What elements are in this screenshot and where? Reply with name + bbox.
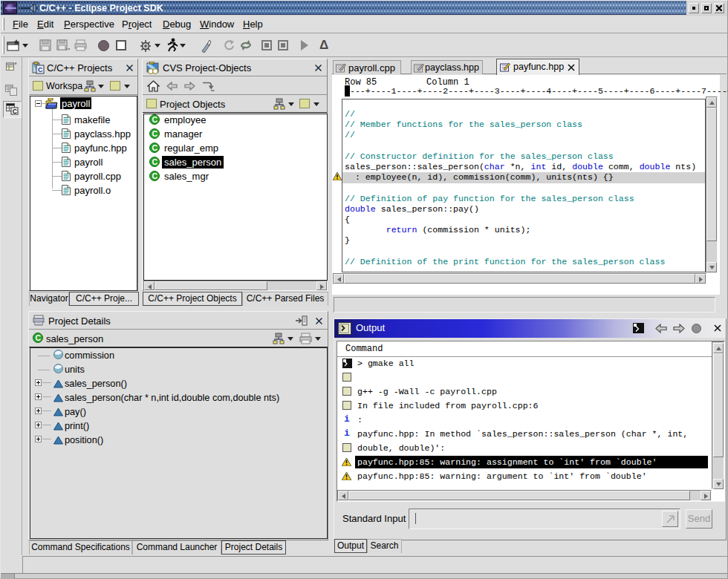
svg-text:C: C xyxy=(152,157,157,166)
svg-text:C: C xyxy=(35,333,41,342)
svg-text:C: C xyxy=(152,171,157,180)
svg-text:C: C xyxy=(38,66,43,73)
svg-text:C: C xyxy=(13,108,17,115)
svg-text:C: C xyxy=(152,115,157,124)
svg-text:C: C xyxy=(152,143,157,152)
svg-text:C: C xyxy=(152,129,157,138)
